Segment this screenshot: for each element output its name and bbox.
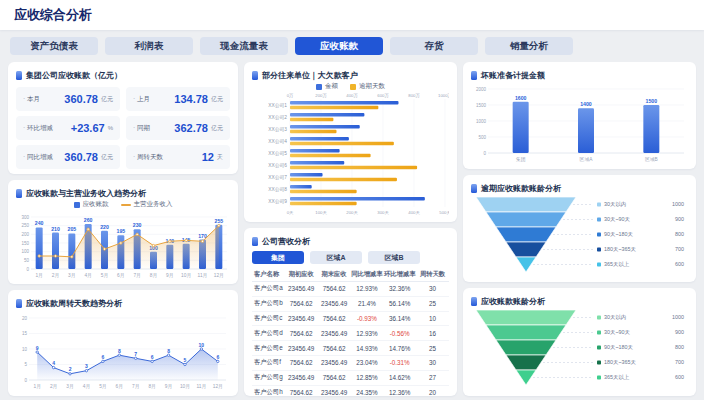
svg-text:0万: 0万	[287, 93, 294, 98]
revenue-table-body: 客户公司a23456.497564.6212.93%32.36%30客户公司b7…	[252, 282, 449, 400]
legend-label: 逾期天数	[359, 82, 385, 91]
svg-text:300天: 300天	[377, 210, 389, 215]
kpi-value: 362.78	[174, 122, 208, 134]
svg-text:150: 150	[21, 241, 29, 246]
svg-text:5: 5	[184, 357, 187, 363]
svg-text:15: 15	[22, 331, 28, 336]
kpi-unit: %	[108, 125, 113, 131]
trend-combo-chart: 0501001502002503001月2月3月4月5月6月7月8月9月10月1…	[16, 209, 230, 278]
svg-text:100: 100	[21, 249, 29, 254]
table-cell: -0.31%	[383, 355, 416, 370]
table-cell: 客户公司a	[252, 282, 285, 297]
table-cell: 23456.49	[285, 370, 318, 385]
svg-text:0: 0	[24, 378, 27, 383]
svg-text:6月: 6月	[116, 384, 123, 390]
bookmark-icon	[471, 184, 477, 193]
overdue-funnel-title: 逾期应收账款账龄分析	[481, 183, 561, 194]
table-cell: 7564.62	[285, 326, 318, 341]
provision-panel-header: 坏账准备计提金额	[471, 69, 688, 81]
table-cell: 12.36%	[383, 385, 416, 399]
table-cell: 14.62%	[383, 370, 416, 385]
table-cell: 7564.62	[318, 370, 351, 385]
revenue-table-head: 客户名称期初应收期末应收同比增减率环比增减率周转天数	[252, 267, 449, 282]
svg-text:1月: 1月	[33, 384, 40, 390]
kpi-label: 上月	[133, 95, 150, 104]
table-cell: 25	[416, 296, 449, 311]
aging-funnel-chart: 30天以内100030天~90天90090天~180天800180天~365天7…	[471, 307, 688, 388]
kpi-unit: 亿元	[211, 95, 223, 104]
table-cell: 14.76%	[383, 341, 416, 356]
svg-text:XX公司9: XX公司9	[268, 198, 287, 204]
provision-panel-title: 坏账准备计提金额	[481, 70, 545, 81]
table-row: 客户公司e23456.497564.6214.93%14.76%25	[252, 341, 449, 356]
region-tab-2[interactable]: 区域B	[368, 251, 420, 264]
bookmark-icon	[471, 71, 477, 80]
kpi-label: 同期	[133, 124, 150, 133]
nav-tab-4[interactable]: 存货	[390, 37, 478, 55]
svg-text:7: 7	[134, 351, 137, 357]
svg-text:8: 8	[118, 348, 121, 354]
legend-label: 金额	[325, 82, 338, 91]
svg-text:90天~180天: 90天~180天	[604, 344, 634, 350]
svg-text:365天以上: 365天以上	[604, 261, 630, 267]
region-tab-1[interactable]: 区域A	[310, 251, 362, 264]
line-swatch-icon	[121, 204, 131, 206]
kpi-item-4: 同比增减360.78亿元	[16, 145, 120, 169]
svg-text:1000: 1000	[672, 201, 684, 207]
region-tab-0[interactable]: 集团	[252, 251, 304, 264]
debtors-panel-title: 部分往来单位｜大欠款客户	[262, 70, 358, 81]
table-cell: 23456.49	[285, 311, 318, 326]
table-cell: 客户公司d	[252, 326, 285, 341]
bookmark-icon	[16, 71, 22, 80]
svg-text:XX公司3: XX公司3	[268, 126, 287, 132]
table-cell: 客户公司f	[252, 355, 285, 370]
bar-swatch-icon	[316, 84, 322, 90]
table-cell: 16	[416, 326, 449, 341]
svg-text:集团: 集团	[516, 157, 526, 162]
svg-text:600: 600	[675, 374, 684, 380]
svg-text:3月: 3月	[66, 384, 73, 390]
svg-text:600: 600	[675, 261, 684, 267]
nav-tab-0[interactable]: 资产负债表	[10, 37, 98, 55]
svg-text:9: 9	[36, 345, 39, 351]
nav-tab-2[interactable]: 现金流量表	[200, 37, 288, 55]
table-header-row: 客户名称期初应收期末应收同比增减率环比增减率周转天数	[252, 267, 449, 282]
svg-text:区域A: 区域A	[580, 157, 594, 162]
trend-panel-title: 应收账款与主营业务收入趋势分析	[26, 188, 146, 199]
kpi-label: 本月	[23, 95, 40, 104]
kpi-unit: 亿元	[211, 124, 223, 133]
trend-panel-header: 应收账款与主营业务收入趋势分析	[16, 187, 230, 199]
svg-text:6: 6	[151, 354, 154, 360]
table-cell: 27	[416, 370, 449, 385]
nav-tab-5[interactable]: 销量分析	[485, 37, 573, 55]
svg-text:700: 700	[675, 359, 684, 365]
svg-text:1400: 1400	[580, 101, 592, 107]
svg-text:230: 230	[133, 222, 142, 228]
svg-text:500: 500	[478, 135, 486, 140]
table-cell: 30	[416, 282, 449, 297]
nav-tab-1[interactable]: 利润表	[105, 37, 193, 55]
svg-text:200万: 200万	[315, 93, 327, 98]
kpi-unit: 天	[217, 153, 223, 162]
svg-text:30天~90天: 30天~90天	[604, 329, 631, 335]
kpi-label: 环比增减	[23, 124, 53, 133]
svg-text:220: 220	[100, 224, 109, 230]
turnover-panel-title: 应收账款周转天数趋势分析	[26, 298, 122, 309]
table-cell: 10	[416, 311, 449, 326]
svg-text:10月: 10月	[181, 273, 191, 279]
trend-panel: 应收账款与主营业务收入趋势分析 应收账款 主营业务收入 050100150200…	[8, 180, 238, 284]
kpi-item-3: 同期362.78亿元	[126, 116, 230, 140]
svg-text:1500: 1500	[646, 98, 658, 104]
table-cell: 21.4%	[350, 296, 383, 311]
table-cell: 25	[416, 341, 449, 356]
svg-text:210: 210	[51, 226, 60, 232]
debtors-panel: 部分往来单位｜大欠款客户 金额 逾期天数 0万200万400万600万800万1…	[244, 62, 457, 222]
table-cell: 客户公司h	[252, 385, 285, 399]
svg-text:5月: 5月	[99, 384, 106, 390]
table-cell: 客户公司c	[252, 311, 285, 326]
svg-text:900: 900	[675, 216, 684, 222]
svg-text:8: 8	[167, 348, 170, 354]
trend-legend: 应收账款 主营业务收入	[16, 200, 230, 209]
nav-tab-3[interactable]: 应收账款	[295, 37, 383, 55]
region-tabs: 集团区域A区域B	[252, 251, 449, 264]
